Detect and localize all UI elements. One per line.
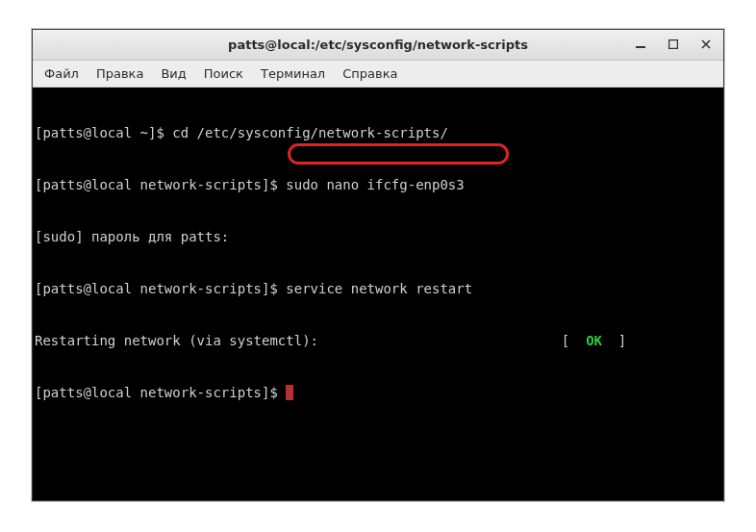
prompt: [patts@local network-scripts]$ — [35, 385, 286, 400]
minimize-button[interactable] — [629, 34, 652, 55]
window-controls — [629, 34, 718, 55]
terminal-line: [patts@local ~]$ cd /etc/sysconfig/netwo… — [35, 124, 721, 141]
terminal-output[interactable]: [patts@local ~]$ cd /etc/sysconfig/netwo… — [33, 88, 723, 500]
window-title: patts@local:/etc/sysconfig/network-scrip… — [228, 38, 528, 52]
maximize-button[interactable] — [662, 34, 685, 55]
minimize-icon — [636, 39, 645, 49]
close-button[interactable] — [694, 34, 718, 55]
menu-view[interactable]: Вид — [153, 63, 193, 85]
menu-search[interactable]: Поиск — [196, 63, 251, 85]
cursor-icon — [286, 385, 293, 400]
terminal-line: Restarting network (via systemctl): [ OK… — [35, 332, 721, 349]
menu-help[interactable]: Справка — [335, 63, 405, 85]
output-text: Restarting network (via systemctl): [ — [35, 333, 586, 348]
menu-terminal[interactable]: Терминал — [253, 63, 333, 85]
output-text: ] — [602, 333, 626, 348]
titlebar[interactable]: patts@local:/etc/sysconfig/network-scrip… — [33, 30, 723, 61]
prompt: [patts@local network-scripts]$ — [35, 177, 286, 192]
maximize-icon — [668, 39, 678, 49]
svg-rect-1 — [669, 40, 678, 49]
terminal-line: [patts@local network-scripts]$ sudo nano… — [35, 176, 721, 193]
menu-file[interactable]: Файл — [37, 63, 87, 85]
output-text: [sudo] пароль для patts: — [35, 229, 229, 244]
menubar: Файл Правка Вид Поиск Терминал Справка — [33, 61, 723, 88]
terminal-line: [patts@local network-scripts]$ service n… — [35, 280, 721, 297]
menu-edit[interactable]: Правка — [88, 63, 151, 85]
close-icon — [701, 39, 711, 49]
terminal-line: [sudo] пароль для patts: — [35, 228, 721, 245]
svg-rect-0 — [636, 46, 645, 48]
terminal-window: patts@local:/etc/sysconfig/network-scrip… — [32, 29, 724, 501]
terminal-line: [patts@local network-scripts]$ — [35, 384, 721, 401]
status-ok: OK — [586, 333, 602, 348]
command-text: service network restart — [286, 281, 472, 296]
prompt: [patts@local ~]$ — [35, 125, 172, 140]
prompt: [patts@local network-scripts]$ — [35, 281, 286, 296]
command-text: cd /etc/sysconfig/network-scripts/ — [172, 125, 448, 140]
command-text: sudo nano ifcfg-enp0s3 — [286, 177, 464, 192]
